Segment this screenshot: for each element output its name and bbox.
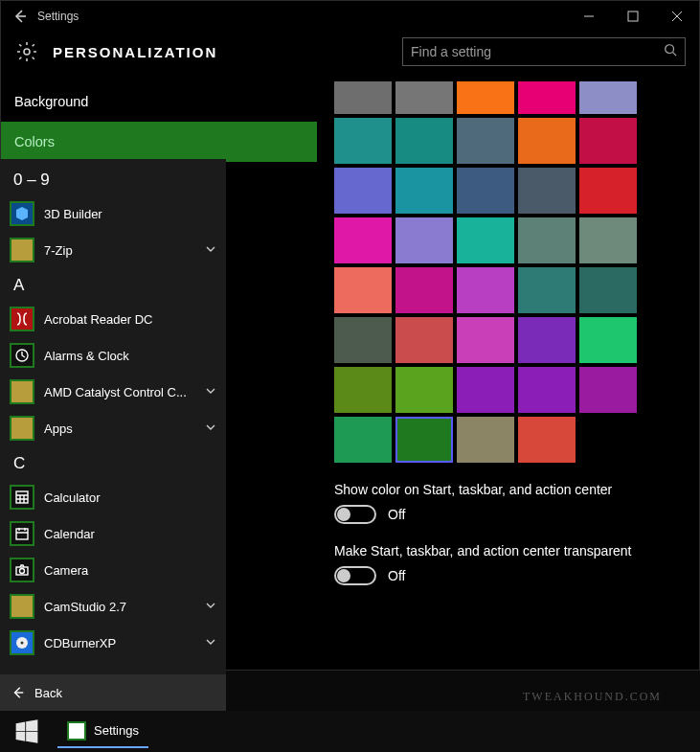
apps-group-header[interactable]: C <box>0 446 226 479</box>
toggle-show-color-state: Off <box>388 507 405 522</box>
app-item[interactable]: Alarms & Clock <box>0 337 226 374</box>
color-swatch[interactable] <box>395 267 453 313</box>
start-back-button[interactable]: Back <box>0 674 226 711</box>
color-swatch[interactable] <box>334 267 392 313</box>
color-swatch[interactable] <box>518 367 576 413</box>
app-item-label: CDBurnerXP <box>44 636 195 650</box>
app-item[interactable]: AMD Catalyst Control C... <box>0 374 226 410</box>
app-item-label: Calendar <box>44 527 216 541</box>
chevron-down-icon <box>205 241 216 259</box>
color-swatch[interactable] <box>457 317 514 363</box>
color-swatch[interactable] <box>457 417 514 463</box>
start-all-apps: 0 – 93D Builder7-ZipAAcrobat Reader DCAl… <box>0 159 226 711</box>
chevron-down-icon <box>205 634 216 651</box>
watermark: TWEAKHOUND.COM <box>523 690 662 704</box>
acrobat-icon <box>10 307 34 331</box>
taskbar-item-settings[interactable]: Settings <box>57 716 148 748</box>
color-swatch[interactable] <box>457 168 514 214</box>
color-swatch[interactable] <box>518 118 576 164</box>
color-swatch[interactable] <box>457 367 514 413</box>
color-swatch[interactable] <box>579 81 637 114</box>
color-swatch[interactable] <box>457 81 514 114</box>
app-item[interactable]: 7-Zip <box>0 232 226 268</box>
nav-colors[interactable]: Colors <box>1 122 317 162</box>
app-item[interactable]: CDBurnerXP <box>0 625 226 661</box>
color-swatch[interactable] <box>579 118 637 164</box>
start-button[interactable] <box>6 714 48 750</box>
close-button[interactable] <box>655 2 699 31</box>
app-item[interactable]: Camera <box>0 552 226 588</box>
folder-icon <box>10 594 34 619</box>
start-back-label: Back <box>34 686 62 700</box>
color-swatch[interactable] <box>395 118 453 164</box>
color-swatch[interactable] <box>457 267 514 313</box>
color-swatch-grid <box>334 81 644 463</box>
header: PERSONALIZATION <box>1 32 699 81</box>
apps-group-header[interactable]: 0 – 9 <box>0 163 226 195</box>
color-swatch[interactable] <box>518 417 576 463</box>
search-box[interactable] <box>402 37 686 66</box>
color-swatch[interactable] <box>579 168 637 214</box>
gear-icon <box>14 39 39 64</box>
color-swatch[interactable] <box>334 81 392 114</box>
color-swatch[interactable] <box>518 317 576 363</box>
color-swatch[interactable] <box>334 217 392 263</box>
app-item-label: 7-Zip <box>44 243 195 258</box>
minimize-button[interactable] <box>567 2 611 31</box>
color-swatch[interactable] <box>518 168 576 214</box>
apps-group-header[interactable]: A <box>0 268 226 301</box>
color-swatch[interactable] <box>457 217 514 263</box>
app-item[interactable]: Acrobat Reader DC <box>0 301 226 337</box>
color-swatch[interactable] <box>518 267 576 313</box>
app-item[interactable]: Apps <box>0 410 226 446</box>
color-swatch[interactable] <box>334 317 392 363</box>
color-swatch[interactable] <box>395 417 453 463</box>
color-swatch[interactable] <box>334 118 392 164</box>
app-item-label: 3D Builder <box>44 207 216 221</box>
toggle-show-color[interactable] <box>334 505 376 524</box>
folder-icon <box>10 379 34 404</box>
app-item[interactable]: 3D Builder <box>0 195 226 232</box>
search-icon <box>664 43 677 60</box>
color-swatch[interactable] <box>395 217 453 263</box>
folder-icon <box>10 416 34 441</box>
color-swatch[interactable] <box>334 168 392 214</box>
app-item[interactable]: CamStudio 2.7 <box>0 588 226 625</box>
color-swatch[interactable] <box>579 267 637 313</box>
app-item-label: Alarms & Clock <box>44 349 216 363</box>
color-swatch[interactable] <box>579 367 637 413</box>
color-swatch[interactable] <box>518 217 576 263</box>
app-item[interactable]: Calculator <box>0 479 226 515</box>
svg-point-9 <box>21 642 24 645</box>
calc-icon <box>10 485 34 510</box>
color-swatch[interactable] <box>395 367 453 413</box>
color-swatch[interactable] <box>395 81 453 114</box>
color-swatch[interactable] <box>457 118 514 164</box>
app-item[interactable]: Calendar <box>0 515 226 552</box>
color-swatch[interactable] <box>395 168 453 214</box>
nav-background[interactable]: Background <box>1 81 317 122</box>
toggle-label-transparent: Make Start, taskbar, and action center t… <box>334 543 682 558</box>
maximize-button[interactable] <box>611 2 655 31</box>
color-swatch[interactable] <box>334 367 392 413</box>
svg-rect-0 <box>628 11 638 21</box>
content-area: Show color on Start, taskbar, and action… <box>317 81 699 662</box>
color-swatch[interactable] <box>579 217 637 263</box>
app-item-label: Acrobat Reader DC <box>44 312 216 327</box>
color-swatch[interactable] <box>579 317 637 363</box>
color-swatch[interactable] <box>334 417 392 463</box>
cd-icon <box>10 630 34 655</box>
color-swatch[interactable] <box>518 81 576 114</box>
folder-icon <box>10 238 34 262</box>
titlebar: Settings <box>1 1 699 32</box>
toggle-transparent[interactable] <box>334 566 376 585</box>
toggle-label-show-color: Show color on Start, taskbar, and action… <box>334 482 682 497</box>
taskbar: Settings <box>0 711 700 752</box>
back-button[interactable] <box>7 3 34 30</box>
svg-point-7 <box>20 569 25 574</box>
apps-list[interactable]: 0 – 93D Builder7-ZipAAcrobat Reader DCAl… <box>0 159 226 674</box>
search-input[interactable] <box>411 44 664 59</box>
chevron-down-icon <box>205 598 216 615</box>
cube-icon <box>10 201 34 226</box>
color-swatch[interactable] <box>395 317 453 363</box>
